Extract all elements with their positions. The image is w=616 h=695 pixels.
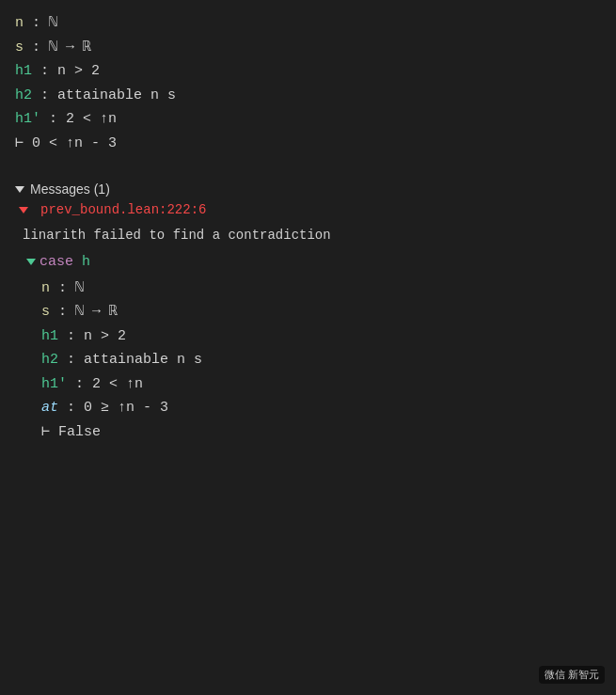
inner-hyp-h1: h1 bbox=[41, 324, 58, 349]
context-line-s: s : ℕ → ℝ bbox=[15, 36, 601, 60]
inner-goal: ⊢ False bbox=[41, 420, 601, 445]
messages-content: prev_bound.lean:222:6 linarith failed to… bbox=[15, 202, 601, 444]
watermark: 微信 新智元 bbox=[539, 666, 605, 684]
messages-section: Messages (1) prev_bound.lean:222:6 linar… bbox=[15, 182, 601, 444]
var-n: n bbox=[15, 11, 24, 36]
case-triangle-icon bbox=[26, 259, 36, 265]
case-keyword: case bbox=[39, 250, 73, 275]
context-line-h1prime: h1' : 2 < ↑n bbox=[15, 107, 601, 132]
messages-header: Messages (1) bbox=[15, 182, 601, 197]
case-header-line: case h bbox=[26, 250, 601, 275]
context-block: n : ℕ s : ℕ → ℝ h1 : n > 2 h2 : attainab… bbox=[15, 11, 601, 155]
context-goal: ⊢ 0 < ↑n - 3 bbox=[15, 132, 601, 156]
hyp-h1prime: h1' bbox=[15, 107, 40, 132]
case-h-label: h bbox=[82, 250, 90, 275]
inner-hyp-h2: h2 bbox=[41, 348, 58, 372]
inner-hyp-h1prime: h1' bbox=[41, 372, 67, 397]
error-location-line: prev_bound.lean:222:6 bbox=[19, 202, 601, 218]
inner-turnstile: ⊢ bbox=[41, 420, 50, 445]
inner-var-s: s bbox=[41, 300, 50, 324]
inner-var-n: n bbox=[41, 276, 50, 301]
inner-h1prime: h1' : 2 < ↑n bbox=[41, 372, 601, 397]
context-line-h1: h1 : n > 2 bbox=[15, 59, 601, 84]
hyp-h2: h2 bbox=[15, 84, 32, 108]
watermark-text: 微信 新智元 bbox=[545, 669, 599, 680]
context-line-n: n : ℕ bbox=[15, 11, 601, 36]
error-triangle-icon bbox=[19, 207, 28, 213]
context-line-h2: h2 : attainable n s bbox=[15, 84, 601, 108]
error-message: linarith failed to find a contradiction bbox=[19, 228, 601, 243]
var-s: s bbox=[15, 36, 24, 60]
inner-n: n : ℕ bbox=[41, 276, 601, 301]
inner-var-at: at bbox=[41, 396, 58, 420]
hyp-h1: h1 bbox=[15, 59, 32, 84]
divider bbox=[15, 163, 601, 174]
turnstile: ⊢ bbox=[15, 132, 24, 156]
error-link[interactable]: prev_bound.lean:222:6 bbox=[40, 202, 206, 217]
inner-h2: h2 : attainable n s bbox=[41, 348, 601, 372]
case-block: case h n : ℕ s : ℕ → ℝ h1 : n > 2 h2 : a… bbox=[19, 250, 601, 444]
messages-title: Messages (1) bbox=[30, 182, 110, 197]
inner-s: s : ℕ → ℝ bbox=[41, 300, 601, 324]
inner-h1: h1 : n > 2 bbox=[41, 324, 601, 349]
case-name bbox=[73, 250, 82, 275]
inner-at: at : 0 ≥ ↑n - 3 bbox=[41, 396, 601, 420]
case-inner: n : ℕ s : ℕ → ℝ h1 : n > 2 h2 : attainab… bbox=[26, 276, 601, 445]
collapse-icon[interactable] bbox=[15, 186, 24, 193]
